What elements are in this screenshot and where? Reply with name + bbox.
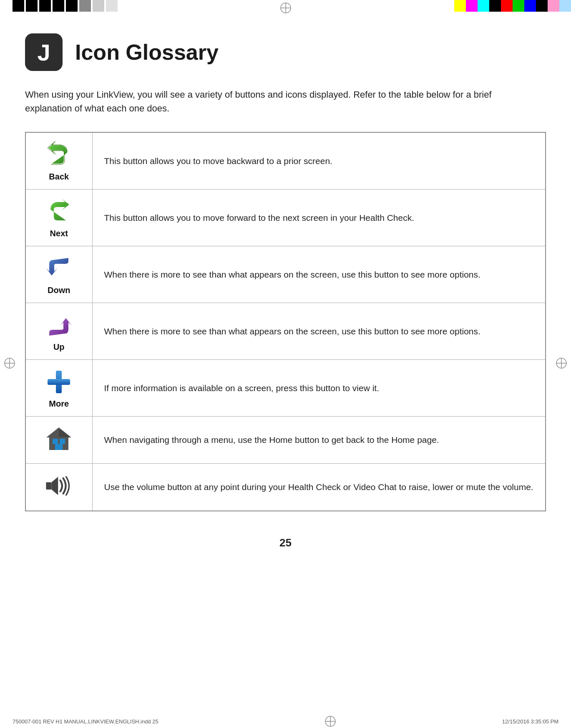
reg-mark [53, 0, 64, 12]
reg-marks-left [0, 0, 118, 12]
up-label: Up [30, 342, 88, 352]
color-swatch-red [501, 0, 513, 12]
icon-cell-next: Next [25, 190, 92, 246]
down-label: Down [30, 286, 88, 295]
more-icon [44, 367, 73, 397]
icon-cell-up: Up [25, 303, 92, 360]
chapter-title: Icon Glossary [75, 40, 219, 65]
svg-rect-14 [55, 444, 63, 450]
icon-cell-volume [25, 464, 92, 511]
color-bar-top [454, 0, 571, 12]
icon-cell-down: Down [25, 246, 92, 303]
right-crosshair [555, 357, 568, 371]
down-icon [44, 254, 73, 283]
svg-marker-17 [52, 477, 58, 495]
reg-mark [106, 0, 118, 12]
svg-rect-12 [53, 439, 58, 444]
back-label: Back [30, 172, 88, 182]
left-crosshair [3, 357, 16, 371]
next-icon [44, 197, 73, 226]
more-label: More [30, 399, 88, 409]
color-swatch-black [489, 0, 501, 12]
intro-paragraph: When using your LinkView, you will see a… [25, 88, 526, 115]
icon-cell-back: Back [25, 132, 92, 190]
desc-cell-home: When navigating through a menu, use the … [92, 417, 546, 464]
glossary-table: Back This button allows you to move back… [25, 132, 546, 511]
table-row: Back This button allows you to move back… [25, 132, 546, 190]
desc-cell-volume: Use the volume button at any point durin… [92, 464, 546, 511]
color-swatch-lightblue [559, 0, 571, 12]
next-label: Next [30, 229, 88, 238]
color-swatch-pink [548, 0, 559, 12]
bottom-crosshair [324, 715, 337, 728]
up-icon [44, 311, 73, 340]
desc-cell-back: This button allows you to move backward … [92, 132, 546, 190]
desc-cell-more: If more information is available on a sc… [92, 360, 546, 417]
icon-cell-more: More [25, 360, 92, 417]
color-swatch-yellow [454, 0, 466, 12]
volume-icon [44, 471, 73, 500]
svg-rect-13 [60, 439, 65, 444]
reg-mark [79, 0, 91, 12]
home-icon [44, 424, 73, 453]
svg-rect-16 [46, 482, 52, 490]
chapter-header: J Icon Glossary [25, 33, 546, 71]
color-swatch-magenta [466, 0, 478, 12]
table-row: Use the volume button at any point durin… [25, 464, 546, 511]
reg-mark [66, 0, 78, 12]
main-content: J Icon Glossary When using your LinkView… [25, 21, 546, 549]
chapter-letter: J [37, 39, 50, 66]
back-icon [44, 140, 73, 169]
top-crosshair [279, 2, 292, 16]
table-row: More If more information is available on… [25, 360, 546, 417]
reg-mark [26, 0, 38, 12]
color-swatch-green [513, 0, 524, 12]
color-swatch-blue [524, 0, 536, 12]
reg-mark [93, 0, 104, 12]
desc-cell-up: When there is more to see than what appe… [92, 303, 546, 360]
desc-cell-next: This button allows you to move forward t… [92, 190, 546, 246]
footer: 750007-001 REV H1 MANUAL.LINKVIEW.ENGLIS… [0, 715, 571, 728]
table-row: Next This button allows you to move forw… [25, 190, 546, 246]
chapter-letter-box: J [25, 33, 63, 71]
color-swatch-black2 [536, 0, 548, 12]
footer-left: 750007-001 REV H1 MANUAL.LINKVIEW.ENGLIS… [13, 718, 158, 725]
color-swatch-cyan [478, 0, 489, 12]
table-row: When navigating through a menu, use the … [25, 417, 546, 464]
icon-cell-home [25, 417, 92, 464]
reg-mark [13, 0, 24, 12]
page-number: 25 [25, 536, 546, 549]
reg-mark [39, 0, 51, 12]
table-row: Down When there is more to see than what… [25, 246, 546, 303]
svg-rect-10 [48, 379, 70, 385]
footer-right: 12/15/2016 3:35:05 PM [502, 718, 558, 725]
desc-cell-down: When there is more to see than what appe… [92, 246, 546, 303]
table-row: Up When there is more to see than what a… [25, 303, 546, 360]
